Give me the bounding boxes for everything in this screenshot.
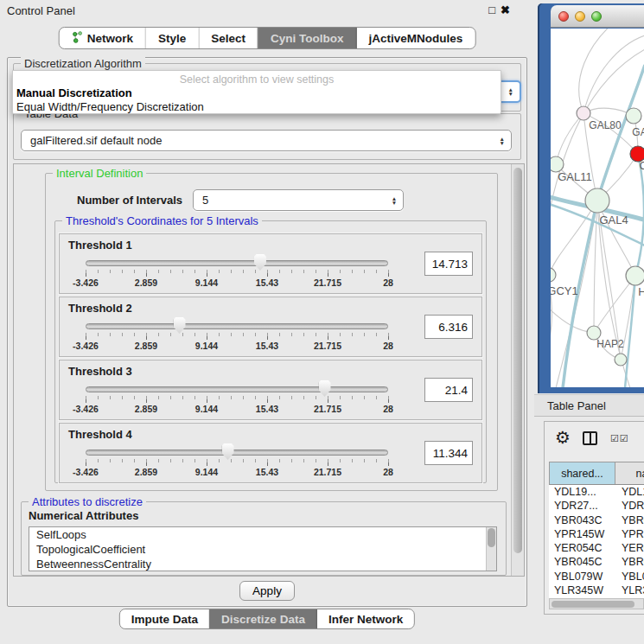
column-header-shared-name[interactable]: shared... — [550, 462, 615, 484]
network-node[interactable] — [551, 268, 556, 282]
app-root: Control Panel □✖ Network Styl — [0, 0, 644, 644]
list-item[interactable]: BetweennessCentrality — [29, 557, 496, 571]
scale-label: 9.144 — [195, 341, 218, 351]
scale-label: 2.859 — [135, 341, 157, 351]
control-panel: Control Panel □✖ Network Styl — [0, 0, 534, 644]
gear-icon[interactable]: ⚙ — [555, 427, 571, 448]
threshold-value-input[interactable] — [424, 378, 473, 402]
table-horizontal-scrollbar[interactable] — [549, 598, 644, 609]
threshold-value-input[interactable] — [424, 315, 473, 339]
close-traffic-light-icon[interactable] — [558, 11, 569, 22]
scale-label: 28 — [383, 341, 393, 351]
table-cell: YPR145W — [549, 527, 615, 541]
table-cell: YLR3 — [615, 583, 644, 597]
select-columns-icon[interactable]: ☑☑ — [610, 433, 629, 444]
network-node[interactable] — [577, 106, 590, 120]
slider-track[interactable] — [86, 386, 388, 392]
network-node[interactable] — [626, 266, 644, 285]
group-title: Threshold's Coordinates for 5 Intervals — [62, 214, 262, 227]
scale-label: -3.426 — [73, 404, 99, 414]
network-view-window[interactable]: GAL80GACGAL11GAL4GCY1HHAP2 — [538, 3, 644, 393]
table-row[interactable]: YBR045CYBR0 — [549, 555, 644, 569]
list-scrollbar[interactable] — [486, 527, 496, 571]
scale-label: 2.859 — [135, 277, 157, 288]
tab-cyni-toolbox[interactable]: Cyni Toolbox — [258, 28, 357, 48]
scrollbar-thumb[interactable] — [513, 168, 522, 553]
numerical-attributes-list[interactable]: SelfLoops TopologicalCoefficient Between… — [29, 526, 497, 571]
network-node[interactable] — [626, 108, 641, 124]
float-window-icon[interactable]: □ — [488, 3, 501, 16]
tab-impute-data[interactable]: Impute Data — [120, 609, 210, 628]
table-cell: YBL079W — [549, 570, 615, 583]
apply-button[interactable]: Apply — [239, 581, 295, 601]
slider-track[interactable] — [86, 260, 388, 266]
slider-thumb[interactable] — [254, 254, 266, 271]
tab-label: jActiveMNodules — [369, 32, 463, 45]
table-row[interactable]: YER054CYER0 — [549, 541, 644, 555]
tab-style[interactable]: Style — [146, 28, 199, 48]
slider-track[interactable] — [86, 450, 388, 456]
network-node[interactable] — [585, 188, 609, 213]
table-row[interactable]: YBL079WYBL0 — [549, 570, 644, 583]
cyni-toolbox-panel: Discretization Algorithm ▲▼ Select algor… — [7, 57, 527, 607]
tab-label: Discretize Data — [221, 613, 305, 626]
scrollbar-thumb[interactable] — [552, 601, 634, 608]
scale-label: 15.43 — [256, 404, 278, 414]
scale-label: 9.144 — [195, 277, 218, 288]
column-header-name[interactable]: na — [615, 462, 644, 484]
table-panel: ⚙ ☑☑ shared... na YDL19...YDL1YDR27...YD… — [544, 421, 644, 615]
slider-thumb[interactable] — [174, 317, 186, 334]
tab-label: Network — [87, 32, 133, 45]
node-label: GAL4 — [599, 214, 628, 226]
table-data-combobox[interactable]: galFiltered.sif default node ▲▼ — [21, 130, 512, 151]
network-icon — [72, 31, 83, 46]
slider-scale: -3.426 2.859 9.144 15.43 21.715 28 — [86, 404, 388, 416]
cyni-bottom-tabbar: Impute Data Discretize Data Infer Networ… — [119, 609, 415, 629]
table-row[interactable]: YDL19...YDL1 — [549, 485, 644, 499]
network-window-titlebar[interactable] — [551, 5, 644, 28]
minimize-traffic-light-icon[interactable] — [575, 11, 585, 22]
node-label: H — [638, 285, 644, 298]
threshold-2-panel: Threshold 2 -3.426 2.859 9.144 15.43 — [59, 296, 482, 357]
table-row[interactable]: YPR145WYPR1 — [549, 527, 644, 541]
list-item[interactable]: SelfLoops — [29, 527, 496, 542]
settings-scrollbar[interactable] — [511, 164, 524, 576]
dropdown-hint-option[interactable]: Select algorithm to view settings — [13, 73, 501, 86]
dropdown-option-equal-width-frequency[interactable]: Equal Width/Frequency Discretization — [16, 100, 204, 113]
scale-label: 9.144 — [195, 467, 218, 477]
slider-thumb[interactable] — [222, 443, 234, 460]
zoom-traffic-light-icon[interactable] — [591, 11, 602, 22]
table-cell: YLR345W — [549, 583, 615, 597]
threshold-value-input[interactable] — [424, 441, 473, 465]
network-canvas[interactable]: GAL80GACGAL11GAL4GCY1HHAP2 — [551, 29, 644, 387]
number-of-intervals-combobox[interactable]: 5 ▲▼ — [193, 189, 404, 211]
tab-discretize-data[interactable]: Discretize Data — [210, 609, 317, 628]
number-of-intervals-label: Number of Intervals — [77, 194, 182, 207]
tab-network[interactable]: Network — [60, 28, 146, 48]
tab-label: Impute Data — [131, 613, 198, 626]
table-row[interactable]: YLR345WYLR3 — [549, 583, 644, 597]
column-layout-icon[interactable] — [583, 431, 597, 445]
tab-jactivemnodules[interactable]: jActiveMNodules — [357, 28, 475, 48]
node-label: GAL80 — [589, 119, 622, 131]
node-label: GA — [632, 126, 644, 138]
slider-thumb[interactable] — [319, 380, 331, 397]
network-node[interactable] — [615, 354, 627, 366]
tab-infer-network[interactable]: Infer Network — [317, 609, 414, 628]
scale-label: -3.426 — [73, 467, 99, 477]
close-icon[interactable]: ✖ — [501, 3, 515, 16]
slider-track[interactable] — [86, 323, 388, 329]
dropdown-option-manual-discretization[interactable]: Manual Discretization — [16, 86, 132, 99]
threshold-value-input[interactable] — [424, 252, 473, 276]
table-toolbar: ⚙ ☑☑ — [545, 422, 644, 460]
tab-select[interactable]: Select — [199, 28, 258, 48]
scale-label: 28 — [383, 404, 393, 414]
table-row[interactable]: YDR27...YDR2 — [549, 499, 644, 513]
threshold-1-panel: Threshold 1 -3.426 2.859 9.144 15.43 — [59, 233, 482, 294]
table-row[interactable]: YBR043CYBR0 — [549, 513, 644, 527]
number-of-intervals-value: 5 — [202, 194, 208, 207]
list-item[interactable]: TopologicalCoefficient — [29, 542, 496, 557]
table-cell: YBL0 — [615, 570, 644, 583]
group-title: Interval Definition — [53, 167, 146, 180]
table-cell: YDR27... — [549, 499, 615, 513]
